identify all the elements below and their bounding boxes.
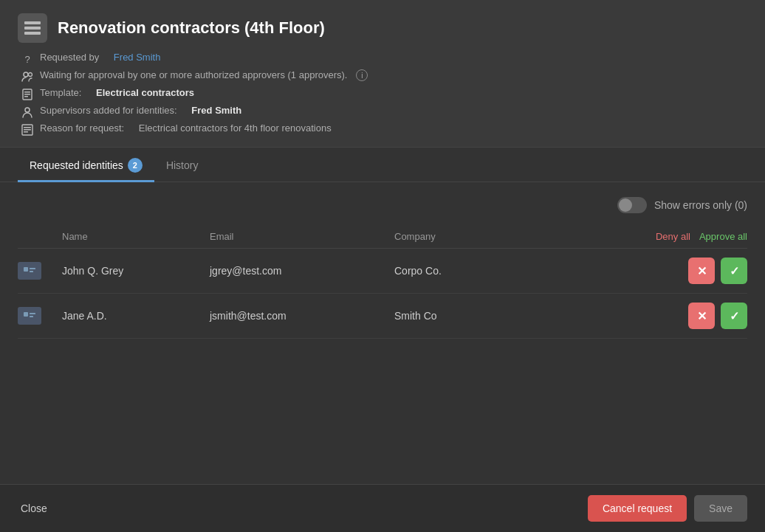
table-row: Jane A.D. jsmith@test.com Smith Co ✕ ✓ (18, 294, 747, 339)
show-errors-label: Show errors only (0) (654, 199, 747, 211)
svg-rect-19 (24, 312, 28, 317)
col-actions: Deny all Approve all (542, 231, 747, 242)
title-icon (18, 13, 47, 43)
table-header: Name Email Company Deny all Approve all (18, 225, 747, 249)
svg-rect-20 (30, 313, 35, 314)
svg-rect-7 (24, 94, 30, 95)
toolbar: Show errors only (0) (18, 197, 747, 213)
svg-point-4 (29, 73, 32, 77)
reason-icon (21, 123, 34, 137)
svg-rect-15 (24, 267, 28, 272)
svg-rect-13 (24, 131, 28, 133)
row-actions: ✕ ✓ (542, 303, 747, 329)
svg-rect-16 (30, 268, 35, 269)
template-value: Electrical contractors (96, 87, 194, 98)
reason-label: Reason for request: (40, 122, 124, 134)
info-icon[interactable]: i (356, 69, 368, 81)
svg-rect-8 (24, 96, 28, 97)
svg-rect-6 (24, 91, 30, 93)
table-row: John Q. Grey jgrey@test.com Corpo Co. ✕ … (18, 249, 747, 294)
waiting-row: Waiting for approval by one or more auth… (21, 69, 747, 83)
tab-history[interactable]: History (154, 148, 210, 182)
requester-name: Fred Smith (114, 52, 161, 63)
svg-rect-1 (24, 27, 41, 30)
svg-rect-2 (24, 32, 41, 35)
identity-icon (18, 307, 41, 325)
footer-actions: Cancel request Save (588, 495, 747, 522)
tab-requested-identities[interactable]: Requested identities 2 (18, 148, 154, 182)
reason-value: Electrical contractors for 4th floor ren… (139, 122, 332, 134)
template-row: Template: Electrical contractors (21, 87, 747, 101)
col-company: Company (394, 231, 542, 242)
page-title: Renovation contractors (4th Floor) (58, 18, 325, 38)
save-button[interactable]: Save (694, 495, 747, 522)
show-errors-toggle[interactable] (617, 197, 647, 213)
reason-row: Reason for request: Electrical contracto… (21, 122, 747, 137)
tab-requested-identities-label: Requested identities (30, 159, 123, 171)
template-icon (21, 88, 34, 101)
svg-rect-21 (30, 316, 33, 317)
question-icon: ? (21, 52, 34, 66)
row-email: jgrey@test.com (210, 265, 394, 277)
svg-rect-11 (24, 127, 31, 128)
footer: Close Cancel request Save (0, 484, 765, 532)
col-email: Email (210, 231, 394, 242)
svg-rect-0 (24, 21, 41, 24)
col-name: Name (62, 231, 210, 242)
approvers-icon (21, 70, 34, 83)
supervisors-value: Fred Smith (191, 105, 241, 116)
svg-rect-12 (24, 129, 31, 131)
row-company: Corpo Co. (394, 265, 542, 277)
identity-icon (18, 262, 41, 280)
modal-container: Renovation contractors (4th Floor) ? Req… (0, 0, 765, 532)
svg-point-3 (24, 72, 28, 77)
row-email: jsmith@test.com (210, 310, 394, 322)
row-actions: ✕ ✓ (542, 258, 747, 284)
approve-all-button[interactable]: Approve all (699, 231, 747, 242)
requested-by-label: Requested by (40, 52, 99, 63)
requested-by-row: ? Requested by Fred Smith (21, 52, 747, 66)
deny-button[interactable]: ✕ (688, 258, 715, 284)
row-name: John Q. Grey (62, 265, 210, 277)
cancel-request-button[interactable]: Cancel request (588, 495, 687, 522)
supervisors-row: Supervisors added for identities: Fred S… (21, 105, 747, 119)
tab-history-label: History (166, 159, 199, 171)
deny-button[interactable]: ✕ (688, 303, 715, 329)
header: Renovation contractors (4th Floor) ? Req… (0, 0, 765, 148)
requested-identities-badge: 2 (128, 158, 143, 173)
row-company: Smith Co (394, 310, 542, 322)
svg-rect-17 (30, 271, 33, 272)
supervisor-icon (21, 106, 34, 119)
main-content: Show errors only (0) Name Email Company … (0, 182, 765, 484)
supervisors-label: Supervisors added for identities: (40, 105, 177, 116)
template-label: Template: (40, 87, 81, 98)
close-button[interactable]: Close (18, 497, 50, 520)
approve-button[interactable]: ✓ (721, 303, 747, 329)
col-icon (18, 231, 62, 242)
deny-all-button[interactable]: Deny all (656, 231, 690, 242)
row-name: Jane A.D. (62, 310, 210, 322)
svg-point-9 (25, 108, 30, 112)
waiting-message: Waiting for approval by one or more auth… (40, 69, 347, 80)
tabs-container: Requested identities 2 History (0, 148, 765, 182)
approve-button[interactable]: ✓ (721, 258, 747, 284)
